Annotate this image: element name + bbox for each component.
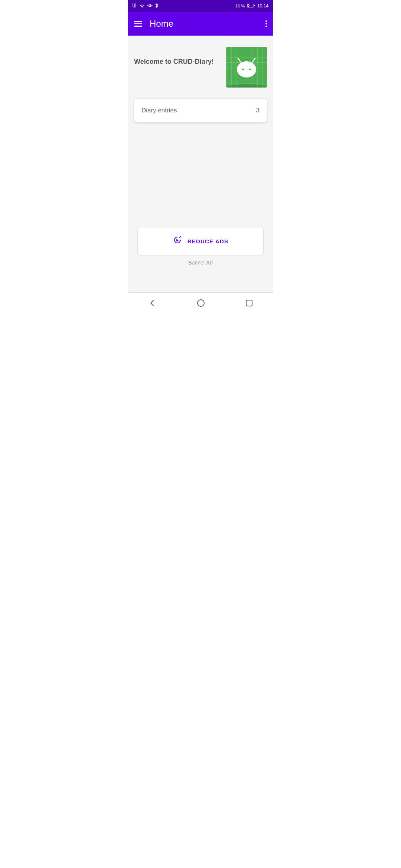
svg-point-17 bbox=[198, 300, 204, 306]
svg-line-12 bbox=[238, 58, 241, 62]
status-bar: 16 % 10:14 bbox=[128, 0, 273, 12]
bluetooth-icon bbox=[155, 3, 159, 9]
menu-button[interactable] bbox=[134, 21, 142, 27]
page-title: Home bbox=[150, 19, 173, 29]
home-icon bbox=[197, 299, 205, 307]
svg-point-4 bbox=[149, 5, 151, 6]
reduce-ads-button[interactable]: REDUCE ADS bbox=[137, 227, 264, 255]
svg-line-13 bbox=[252, 58, 255, 62]
status-bar-right: 16 % 10:14 bbox=[235, 3, 268, 9]
diary-card-label: Diary entries bbox=[141, 107, 177, 114]
diary-card-count: 3 bbox=[256, 107, 260, 114]
back-button[interactable] bbox=[144, 295, 160, 311]
welcome-text: Welcome to CRUD-Diary! bbox=[134, 47, 214, 66]
android-icon bbox=[233, 54, 260, 80]
nav-bar bbox=[128, 292, 273, 313]
status-bar-left bbox=[133, 3, 159, 9]
battery-icon bbox=[247, 3, 255, 9]
welcome-section: Welcome to CRUD-Diary! bbox=[134, 43, 267, 91]
battery-level: 16 % bbox=[235, 4, 245, 8]
reduce-ads-label: REDUCE ADS bbox=[188, 238, 229, 244]
android-logo bbox=[226, 47, 267, 88]
recent-apps-icon bbox=[245, 299, 253, 307]
banner-ad-label: Banner Ad bbox=[188, 260, 212, 266]
recent-apps-button[interactable] bbox=[242, 296, 257, 310]
file-icon bbox=[133, 3, 137, 9]
app-bar-left: Home bbox=[134, 19, 173, 29]
reduce-ads-icon bbox=[173, 235, 183, 247]
wifi-icon bbox=[140, 4, 145, 9]
eye-icon bbox=[147, 4, 153, 8]
bottom-ad-area: REDUCE ADS Banner Ad bbox=[128, 221, 273, 272]
more-options-button[interactable] bbox=[265, 20, 267, 27]
svg-rect-7 bbox=[254, 5, 255, 6]
status-time: 10:14 bbox=[257, 3, 268, 9]
back-icon bbox=[148, 299, 156, 307]
diary-card[interactable]: Diary entries 3 bbox=[134, 99, 267, 122]
home-button[interactable] bbox=[193, 295, 209, 311]
svg-rect-18 bbox=[246, 300, 252, 306]
app-bar: Home bbox=[128, 12, 273, 36]
main-content: Welcome to CRUD-Diary! Diary entries 3 bbox=[128, 36, 273, 292]
